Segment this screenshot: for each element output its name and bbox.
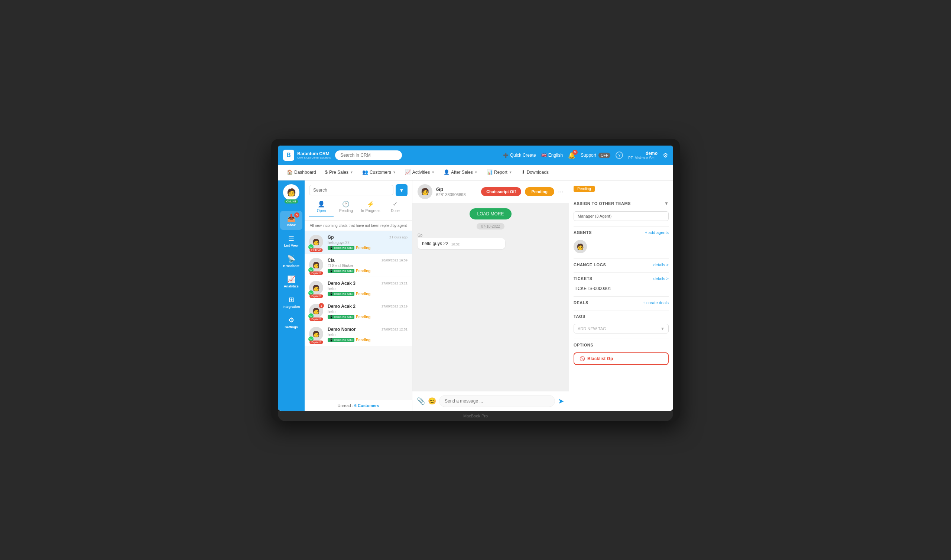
sidebar-item-analytics[interactable]: 📈 Analytics [280,272,302,291]
search-input[interactable] [335,151,402,160]
laptop-screen: B Barantum CRM CRM & Call Center Solutio… [278,146,673,411]
dollar-icon: $ [325,169,328,175]
change-logs-details-link[interactable]: details > [654,263,669,267]
chevron-down-icon: ▼ [350,171,353,174]
chat-avatar-demo2: 🧑 W Expired! 1 [309,304,323,318]
expired-badge: Expired! [309,271,323,275]
menu-item-aftersales[interactable]: 👤 After Sales ▼ [440,165,482,180]
tickets-details-link[interactable]: details > [654,276,669,281]
dropdown-chevron-icon: ▼ [660,326,665,331]
done-tab-icon: ✓ [392,200,397,208]
menu-item-customers[interactable]: 👥 Customers ▼ [359,165,400,180]
sidebar-item-settings[interactable]: ⚙ Settings [280,313,302,332]
language-selector[interactable]: 🇬🇧 English [541,152,563,158]
chat-content-demo3: Demo Acak 3 27/09/2022 13:21 hello 📱 dem… [328,281,408,296]
chat-search-input[interactable] [309,185,393,195]
menu-item-report[interactable]: 📊 Report ▼ [483,165,516,180]
chat-avatar-gp: 🧑 W 21:42:46 [309,235,323,249]
integration-icon: ⊞ [289,295,294,304]
logo-icon: B [283,150,294,161]
ticket-id: TICKETS-0000301 [574,286,669,291]
timer-badge: 21:42:46 [309,248,322,252]
load-more-button[interactable]: LOAD MORE [469,208,511,220]
filter-button[interactable]: ▼ [395,184,408,196]
chat-item-demo-nomor[interactable]: 🧑 W Expired! Demo Nomor 27/09/2022 12:51… [305,323,412,346]
settings-gear-icon[interactable]: ⚙ [663,152,668,159]
deals-section: DEALS + create deals [574,296,669,305]
team-dropdown[interactable]: Manager (3 Agent) [574,211,669,221]
sidebar-item-inbox[interactable]: 📥 Inbox 5 [280,211,302,230]
user-avatar-area: 🧑 ONLINE [283,184,299,200]
online-badge: ONLINE [285,199,298,203]
assign-teams-section: ASSIGN TO OTHER TEAMS ▼ [574,197,669,206]
menu-item-activities[interactable]: 📈 Activities ▼ [401,165,439,180]
sidebar-item-integration[interactable]: ⊞ Integration [280,292,302,312]
send-button[interactable]: ➤ [558,397,564,406]
unread-customers-link[interactable]: 6 Customers [354,403,379,408]
report-icon: 📊 [487,169,492,175]
chat-item-gp[interactable]: 🧑 W 21:42:46 Gp 2 Hours ago hello guys 2… [305,231,412,254]
status-badge: Pending [574,186,595,192]
quick-create-button[interactable]: ➕ Quick Create [503,152,536,158]
options-section: OPTIONS [574,338,669,347]
more-options-button[interactable]: ··· [558,188,563,196]
search-row: ▼ [309,184,408,196]
chevron-down-icon: ▼ [509,171,512,174]
chevron-down-icon: ▼ [392,171,396,174]
chat-item-cia[interactable]: 👩 W Expired! Cia 28/09/2022 16:59 ☐ Send… [305,254,412,277]
chatsscript-off-button[interactable]: Chatsscript Off [481,187,521,196]
chat-window-avatar: 🧑 [417,184,432,199]
tab-inprogress[interactable]: ⚡ In-Progress [359,199,383,217]
chat-avatar-nomor: 🧑 W Expired! [309,327,323,341]
menu-item-dashboard[interactable]: 🏠 Dashboard [283,165,320,180]
sidebar-item-listview[interactable]: ☰ List View [280,231,302,250]
blacklist-icon: 🚫 [580,356,585,362]
tag-dropdown[interactable]: ADD NEW TAG ▼ [574,324,669,334]
settings-icon: ⚙ [288,316,294,324]
inbox-badge: 5 [294,212,299,218]
expired-badge: Expired! [309,340,323,344]
chat-item-demo-acak-3[interactable]: 🧑 W Expired! Demo Acak 3 27/09/2022 13:2… [305,277,412,300]
chat-input-area: 📎 😊 ➤ [412,391,569,411]
logo-text: Barantum CRM CRM & Call Center Solutions [297,151,331,160]
create-deals-link[interactable]: + create deals [643,300,669,305]
customers-icon: 👥 [362,169,368,175]
add-agents-link[interactable]: + add agents [645,230,669,235]
emoji-button[interactable]: 😊 [428,397,436,405]
chat-content-demo2: Demo Acak 2 27/09/2022 13:19 hello 📱 dem… [328,304,408,319]
chat-list-header: ▼ 👤 Open 🕐 Pending ⚡ [305,180,412,221]
aftersales-icon: 👤 [443,169,449,175]
agent-avatar: 🧑 [574,240,587,253]
notification-bell[interactable]: 🔔 5 [568,152,576,159]
logo-area: B Barantum CRM CRM & Call Center Solutio… [283,150,331,161]
chevron-down-icon: ▼ [474,171,478,174]
main-layout: 🧑 ONLINE 📥 Inbox 5 ☰ List View 📡 Broadca… [278,180,673,411]
pending-button[interactable]: Pending [525,187,554,196]
tickets-section: TICKETS details > [574,272,669,281]
list-icon: ☰ [288,234,294,243]
menu-item-downloads[interactable]: ⬇ Downloads [517,165,552,180]
chat-content-nomor: Demo Nomor 27/09/2022 12:51 hello 📱 demo… [328,327,408,342]
plus-icon: ➕ [503,152,509,158]
nav-right: ➕ Quick Create 🇬🇧 English 🔔 5 Support OF… [503,151,668,160]
tab-done[interactable]: ✓ Done [383,199,408,217]
chat-avatar-cia: 👩 W Expired! [309,258,323,272]
date-divider: 07-10-2022 [477,223,505,229]
attach-button[interactable]: 📎 [417,397,425,405]
open-tab-icon: 👤 [318,200,325,208]
chevron-down-icon[interactable]: ▼ [664,201,669,206]
change-logs-section: CHANGE LOGS details > [574,258,669,267]
tab-pending[interactable]: 🕐 Pending [334,199,358,217]
blacklist-button[interactable]: 🚫 Blacklist Gp [574,352,669,365]
sidebar-item-broadcast[interactable]: 📡 Broadcast [280,252,302,271]
tab-open[interactable]: 👤 Open [309,199,334,217]
chat-window-info: Gp 6281383906898 [436,186,477,197]
chat-list: 🧑 W 21:42:46 Gp 2 Hours ago hello guys 2… [305,231,412,400]
help-icon[interactable]: ? [616,152,623,159]
support-toggle[interactable]: OFF [599,152,610,158]
chat-item-demo-acak-2[interactable]: 🧑 W Expired! 1 Demo Acak 2 27/09/2022 13… [305,300,412,323]
menu-item-presales[interactable]: $ Pre Sales ▼ [321,165,357,180]
unread-badge: 1 [319,303,324,308]
message-input[interactable] [439,395,555,407]
tabs-row: 👤 Open 🕐 Pending ⚡ In-Progress ✓ [309,196,408,217]
